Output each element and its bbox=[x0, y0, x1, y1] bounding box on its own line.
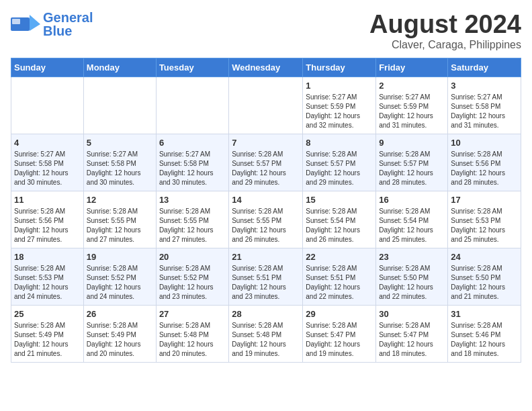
week-row-5: 25Sunrise: 5:28 AM Sunset: 5:49 PM Dayli… bbox=[11, 305, 521, 362]
day-info: Sunrise: 5:27 AM Sunset: 5:58 PM Dayligh… bbox=[451, 93, 518, 130]
day-info: Sunrise: 5:28 AM Sunset: 5:55 PM Dayligh… bbox=[159, 207, 226, 244]
calendar-cell: 4Sunrise: 5:27 AM Sunset: 5:58 PM Daylig… bbox=[11, 134, 84, 191]
svg-marker-1 bbox=[30, 15, 40, 31]
week-row-3: 11Sunrise: 5:28 AM Sunset: 5:56 PM Dayli… bbox=[11, 191, 521, 248]
calendar-cell: 26Sunrise: 5:28 AM Sunset: 5:49 PM Dayli… bbox=[83, 305, 156, 362]
day-info: Sunrise: 5:28 AM Sunset: 5:47 PM Dayligh… bbox=[379, 321, 445, 359]
calendar-cell bbox=[11, 77, 84, 134]
day-info: Sunrise: 5:28 AM Sunset: 5:48 PM Dayligh… bbox=[159, 321, 226, 359]
day-number: 16 bbox=[379, 195, 445, 205]
day-number: 10 bbox=[451, 138, 518, 148]
calendar-cell: 29Sunrise: 5:28 AM Sunset: 5:47 PM Dayli… bbox=[303, 305, 376, 362]
calendar-cell bbox=[229, 77, 303, 134]
day-info: Sunrise: 5:28 AM Sunset: 5:55 PM Dayligh… bbox=[87, 207, 153, 244]
day-number: 13 bbox=[159, 195, 226, 205]
col-friday: Friday bbox=[376, 58, 448, 77]
day-number: 24 bbox=[451, 252, 518, 262]
week-row-1: 1Sunrise: 5:27 AM Sunset: 5:59 PM Daylig… bbox=[11, 77, 521, 134]
calendar-cell: 22Sunrise: 5:28 AM Sunset: 5:51 PM Dayli… bbox=[303, 248, 376, 305]
calendar-cell: 30Sunrise: 5:28 AM Sunset: 5:47 PM Dayli… bbox=[376, 305, 448, 362]
day-number: 6 bbox=[159, 138, 226, 148]
day-number: 23 bbox=[379, 252, 445, 262]
calendar-cell: 15Sunrise: 5:28 AM Sunset: 5:54 PM Dayli… bbox=[303, 191, 376, 248]
col-thursday: Thursday bbox=[303, 58, 376, 77]
calendar-cell: 7Sunrise: 5:28 AM Sunset: 5:57 PM Daylig… bbox=[229, 134, 303, 191]
day-number: 31 bbox=[451, 309, 518, 319]
calendar-cell: 31Sunrise: 5:28 AM Sunset: 5:46 PM Dayli… bbox=[448, 305, 521, 362]
day-number: 25 bbox=[14, 309, 81, 319]
calendar-cell: 14Sunrise: 5:28 AM Sunset: 5:55 PM Dayli… bbox=[229, 191, 303, 248]
col-wednesday: Wednesday bbox=[229, 58, 303, 77]
day-info: Sunrise: 5:28 AM Sunset: 5:49 PM Dayligh… bbox=[87, 321, 153, 359]
calendar-cell: 1Sunrise: 5:27 AM Sunset: 5:59 PM Daylig… bbox=[303, 77, 376, 134]
calendar-cell: 10Sunrise: 5:28 AM Sunset: 5:56 PM Dayli… bbox=[448, 134, 521, 191]
calendar-cell: 2Sunrise: 5:27 AM Sunset: 5:59 PM Daylig… bbox=[376, 77, 448, 134]
calendar-cell: 19Sunrise: 5:28 AM Sunset: 5:52 PM Dayli… bbox=[83, 248, 156, 305]
calendar-cell: 5Sunrise: 5:27 AM Sunset: 5:58 PM Daylig… bbox=[83, 134, 156, 191]
calendar-cell: 25Sunrise: 5:28 AM Sunset: 5:49 PM Dayli… bbox=[11, 305, 84, 362]
day-number: 19 bbox=[87, 252, 153, 262]
day-info: Sunrise: 5:28 AM Sunset: 5:50 PM Dayligh… bbox=[451, 264, 518, 302]
calendar-cell: 28Sunrise: 5:28 AM Sunset: 5:48 PM Dayli… bbox=[229, 305, 303, 362]
day-info: Sunrise: 5:28 AM Sunset: 5:51 PM Dayligh… bbox=[306, 264, 373, 302]
day-info: Sunrise: 5:28 AM Sunset: 5:52 PM Dayligh… bbox=[87, 264, 153, 302]
day-info: Sunrise: 5:28 AM Sunset: 5:55 PM Dayligh… bbox=[232, 207, 300, 244]
day-info: Sunrise: 5:28 AM Sunset: 5:48 PM Dayligh… bbox=[232, 321, 300, 359]
calendar-cell: 12Sunrise: 5:28 AM Sunset: 5:55 PM Dayli… bbox=[83, 191, 156, 248]
location: Claver, Caraga, Philippines bbox=[369, 39, 521, 51]
logo-blue: Blue bbox=[43, 24, 93, 38]
calendar-cell: 27Sunrise: 5:28 AM Sunset: 5:48 PM Dayli… bbox=[156, 305, 228, 362]
calendar-cell: 23Sunrise: 5:28 AM Sunset: 5:50 PM Dayli… bbox=[376, 248, 448, 305]
day-number: 27 bbox=[159, 309, 226, 319]
day-number: 17 bbox=[451, 195, 518, 205]
calendar-cell: 8Sunrise: 5:28 AM Sunset: 5:57 PM Daylig… bbox=[303, 134, 376, 191]
day-info: Sunrise: 5:28 AM Sunset: 5:49 PM Dayligh… bbox=[14, 321, 81, 359]
week-row-4: 18Sunrise: 5:28 AM Sunset: 5:53 PM Dayli… bbox=[11, 248, 521, 305]
day-info: Sunrise: 5:28 AM Sunset: 5:46 PM Dayligh… bbox=[451, 321, 518, 359]
day-number: 21 bbox=[232, 252, 300, 262]
calendar-cell bbox=[156, 77, 228, 134]
col-tuesday: Tuesday bbox=[156, 58, 228, 77]
day-number: 7 bbox=[232, 138, 300, 148]
title-block: August 2024 Claver, Caraga, Philippines bbox=[369, 11, 521, 51]
day-number: 8 bbox=[306, 138, 373, 148]
day-info: Sunrise: 5:27 AM Sunset: 5:58 PM Dayligh… bbox=[14, 150, 81, 187]
day-info: Sunrise: 5:28 AM Sunset: 5:56 PM Dayligh… bbox=[451, 150, 518, 187]
day-info: Sunrise: 5:28 AM Sunset: 5:53 PM Dayligh… bbox=[14, 264, 81, 302]
calendar-cell: 17Sunrise: 5:28 AM Sunset: 5:53 PM Dayli… bbox=[448, 191, 521, 248]
day-number: 11 bbox=[14, 195, 81, 205]
day-info: Sunrise: 5:28 AM Sunset: 5:50 PM Dayligh… bbox=[379, 264, 445, 302]
calendar-table: Sunday Monday Tuesday Wednesday Thursday… bbox=[11, 58, 521, 363]
calendar-cell: 9Sunrise: 5:28 AM Sunset: 5:57 PM Daylig… bbox=[376, 134, 448, 191]
day-info: Sunrise: 5:28 AM Sunset: 5:54 PM Dayligh… bbox=[306, 207, 373, 244]
logo-general: General bbox=[43, 11, 93, 24]
col-saturday: Saturday bbox=[448, 58, 521, 77]
col-monday: Monday bbox=[83, 58, 156, 77]
calendar-cell: 21Sunrise: 5:28 AM Sunset: 5:51 PM Dayli… bbox=[229, 248, 303, 305]
day-info: Sunrise: 5:28 AM Sunset: 5:57 PM Dayligh… bbox=[379, 150, 445, 187]
day-info: Sunrise: 5:27 AM Sunset: 5:58 PM Dayligh… bbox=[159, 150, 226, 187]
calendar-cell: 24Sunrise: 5:28 AM Sunset: 5:50 PM Dayli… bbox=[448, 248, 521, 305]
day-number: 9 bbox=[379, 138, 445, 148]
col-sunday: Sunday bbox=[11, 58, 84, 77]
day-info: Sunrise: 5:28 AM Sunset: 5:57 PM Dayligh… bbox=[232, 150, 300, 187]
day-number: 20 bbox=[159, 252, 226, 262]
page-header: General Blue August 2024 Claver, Caraga,… bbox=[11, 11, 521, 51]
day-number: 30 bbox=[379, 309, 445, 319]
week-row-2: 4Sunrise: 5:27 AM Sunset: 5:58 PM Daylig… bbox=[11, 134, 521, 191]
day-info: Sunrise: 5:27 AM Sunset: 5:59 PM Dayligh… bbox=[306, 93, 373, 130]
calendar-cell: 16Sunrise: 5:28 AM Sunset: 5:54 PM Dayli… bbox=[376, 191, 448, 248]
day-number: 22 bbox=[306, 252, 373, 262]
day-info: Sunrise: 5:27 AM Sunset: 5:59 PM Dayligh… bbox=[379, 93, 445, 130]
calendar-cell: 11Sunrise: 5:28 AM Sunset: 5:56 PM Dayli… bbox=[11, 191, 84, 248]
day-number: 4 bbox=[14, 138, 81, 148]
calendar-cell: 18Sunrise: 5:28 AM Sunset: 5:53 PM Dayli… bbox=[11, 248, 84, 305]
day-number: 1 bbox=[306, 81, 373, 91]
svg-rect-2 bbox=[12, 19, 20, 24]
day-number: 29 bbox=[306, 309, 373, 319]
day-number: 3 bbox=[451, 81, 518, 91]
calendar-cell: 13Sunrise: 5:28 AM Sunset: 5:55 PM Dayli… bbox=[156, 191, 228, 248]
calendar-cell: 3Sunrise: 5:27 AM Sunset: 5:58 PM Daylig… bbox=[448, 77, 521, 134]
day-number: 28 bbox=[232, 309, 300, 319]
day-info: Sunrise: 5:28 AM Sunset: 5:53 PM Dayligh… bbox=[451, 207, 518, 244]
